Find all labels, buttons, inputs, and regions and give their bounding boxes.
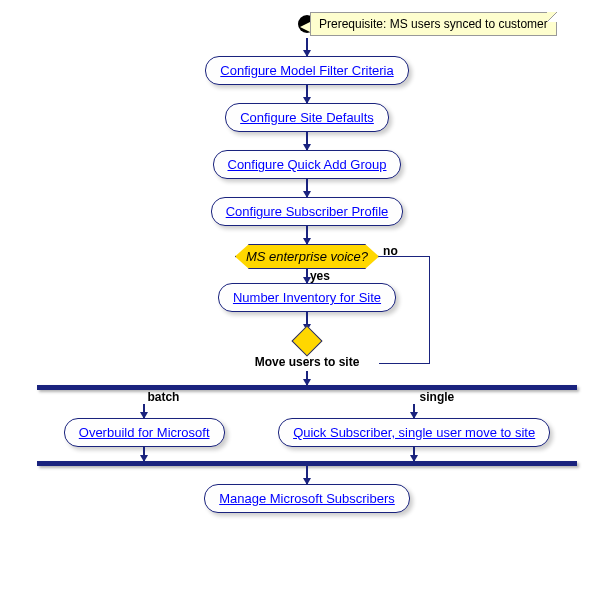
merge-node [291,325,322,356]
configure-model-filter-criteria[interactable]: Configure Model Filter Criteria [205,56,408,85]
ms-enterprise-voice-decision: MS enterprise voice? [235,244,379,269]
note-fold-icon [547,12,557,22]
arrow-icon [306,132,308,150]
configure-quick-add-group[interactable]: Configure Quick Add Group [213,150,402,179]
start-row: Prerequisite: MS users synced to custome… [10,10,604,38]
arrow-icon [306,38,308,56]
arrow-icon [306,269,308,283]
batch-label: batch [147,390,179,404]
arrow-icon [306,85,308,103]
number-inventory-for-site[interactable]: Number Inventory for Site [218,283,396,312]
arrow-icon [306,179,308,197]
merge-row [10,330,604,352]
arrow-icon [306,226,308,244]
note-connector [300,22,310,32]
note-text: Prerequisite: MS users synced to custome… [319,17,548,31]
decision-wrap: MS enterprise voice? no yes [235,244,379,269]
fork-row: batch Overbuild for Microsoft single Qui… [37,390,577,461]
yes-label: yes [310,269,330,283]
single-label: single [420,390,455,404]
arrow-icon [413,447,415,461]
single-column: single Quick Subscriber, single user mov… [278,390,550,461]
arrow-icon [143,447,145,461]
move-users-label: Move users to site [255,355,360,369]
batch-column: batch Overbuild for Microsoft [64,390,225,461]
quick-subscriber-single-move[interactable]: Quick Subscriber, single user move to si… [278,418,550,447]
manage-microsoft-subscribers[interactable]: Manage Microsoft Subscribers [204,484,410,513]
arrow-icon [306,466,308,484]
configure-subscriber-profile[interactable]: Configure Subscriber Profile [211,197,404,226]
arrow-icon [143,404,145,418]
arrow-icon [413,404,415,418]
overbuild-for-microsoft[interactable]: Overbuild for Microsoft [64,418,225,447]
activity-diagram: Prerequisite: MS users synced to custome… [10,10,604,513]
prerequisite-note: Prerequisite: MS users synced to custome… [310,12,557,36]
arrow-icon [306,371,308,385]
configure-site-defaults[interactable]: Configure Site Defaults [225,103,389,132]
